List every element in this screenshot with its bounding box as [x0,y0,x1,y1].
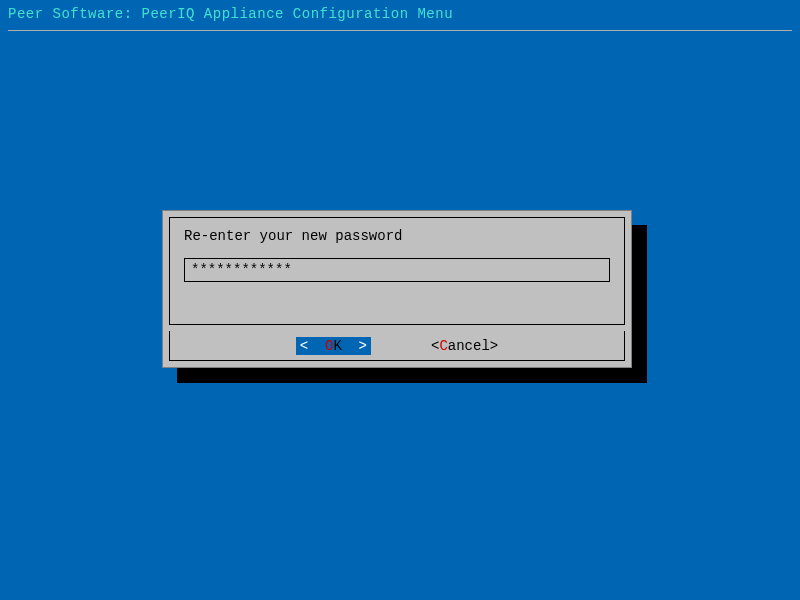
ok-button[interactable]: < OK > [296,337,371,355]
password-dialog: Re-enter your new password ************ … [162,210,632,368]
app-title: Peer Software: PeerIQ Appliance Configur… [0,0,800,28]
password-prompt: Re-enter your new password [184,228,610,244]
password-input[interactable]: ************ [184,258,610,282]
title-divider [8,30,792,31]
dialog-button-row: < OK > <Cancel> [169,331,625,361]
cancel-button[interactable]: <Cancel> [431,338,498,354]
dialog-content: Re-enter your new password ************ [169,217,625,325]
